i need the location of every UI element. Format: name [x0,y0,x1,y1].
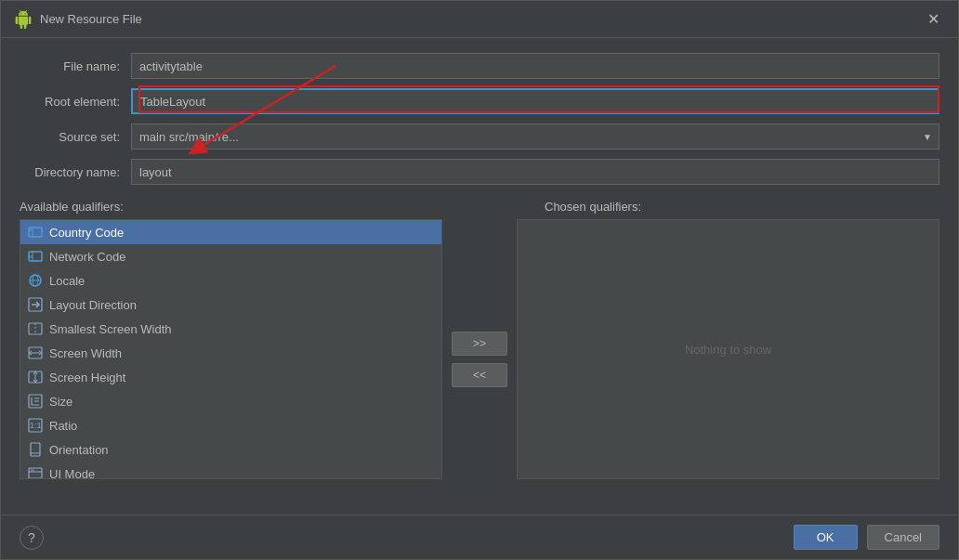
list-item-label: Screen Width [49,346,122,360]
qualifiers-section: Available qualifiers: Chosen qualifiers:… [20,200,939,500]
list-item[interactable]: Network Code [20,244,441,268]
source-set-row: Source set: main src/main/re... ▼ [20,124,939,150]
list-item-label: Layout Direction [49,298,137,312]
arrows-column: >> << [442,219,517,500]
root-element-label: Root element: [20,95,131,109]
close-button[interactable]: ✕ [922,10,945,29]
available-qualifiers-list[interactable]: Country Code Network Code Locale [20,219,442,479]
list-item-label: Smallest Screen Width [49,322,172,336]
help-button[interactable]: ? [20,526,44,550]
footer-actions: OK Cancel [794,525,939,550]
list-item-label: Network Code [49,250,125,264]
country-code-icon [28,225,43,240]
source-set-label: Source set: [20,130,131,144]
list-item-label: UI Mode [49,467,95,480]
ratio-icon: 1:1 [28,418,43,433]
directory-name-input[interactable] [131,159,939,185]
list-item[interactable]: Size [20,389,441,413]
remove-qualifier-button[interactable]: << [452,363,507,387]
svg-rect-2 [29,228,33,231]
list-item-label: Ratio [49,419,77,433]
source-set-select[interactable]: main src/main/re... [131,124,939,150]
list-item[interactable]: Locale [20,268,441,293]
qualifiers-labels: Available qualifiers: Chosen qualifiers: [20,200,939,214]
nothing-to-show-text: Nothing to show [685,343,771,357]
list-item-label: Orientation [49,443,109,457]
list-item[interactable]: Country Code [20,220,441,244]
layout-direction-icon [28,297,43,312]
locale-icon [28,273,43,288]
list-item[interactable]: Smallest Screen Width [20,317,441,341]
dialog-body: File name: Root element: Source set: mai… [1,38,958,514]
dialog-title: New Resource File [40,12,142,26]
screen-width-icon [28,345,43,360]
list-item[interactable]: 1:1 Ratio [20,413,441,437]
ok-button[interactable]: OK [794,525,858,550]
new-resource-file-dialog: New Resource File ✕ File name: Root elem… [0,0,959,560]
list-item[interactable]: UI Mode [20,462,441,479]
title-bar-left: New Resource File [14,10,142,29]
list-item-label: Size [49,395,72,409]
directory-name-label: Directory name: [20,165,131,179]
source-set-wrapper: main src/main/re... ▼ [131,124,939,150]
screen-height-icon [28,370,43,384]
list-item-label: Country Code [49,226,124,240]
orientation-icon [28,442,43,457]
list-item[interactable]: Orientation [20,437,441,462]
size-icon [28,394,43,409]
dialog-footer: ? OK Cancel [1,514,958,559]
svg-rect-26 [31,470,34,472]
network-code-icon [28,249,43,264]
list-item-label: Screen Height [49,371,125,384]
chosen-qualifiers-label: Chosen qualifiers: [545,200,939,214]
list-item-label: Locale [49,274,85,288]
file-name-input[interactable] [131,53,939,79]
smallest-screen-width-icon [28,321,43,336]
svg-rect-22 [31,443,40,456]
title-bar: New Resource File ✕ [1,1,958,38]
android-icon [14,10,33,29]
add-qualifier-button[interactable]: >> [452,332,507,356]
file-name-row: File name: [20,53,939,79]
svg-text:1:1: 1:1 [30,421,42,430]
root-element-row: Root element: [20,88,939,114]
cancel-button[interactable]: Cancel [867,525,939,550]
list-item[interactable]: Screen Width [20,341,441,365]
chosen-qualifiers-list: Nothing to show [517,219,939,479]
list-item[interactable]: Screen Height [20,365,441,389]
root-element-input[interactable] [131,88,939,114]
qualifiers-content: Country Code Network Code Locale [20,219,939,500]
svg-rect-5 [29,255,33,258]
directory-name-row: Directory name: [20,159,939,185]
file-name-label: File name: [20,59,131,73]
list-item[interactable]: Layout Direction [20,293,441,317]
available-qualifiers-label: Available qualifiers: [20,200,414,214]
ui-mode-icon [28,466,43,479]
